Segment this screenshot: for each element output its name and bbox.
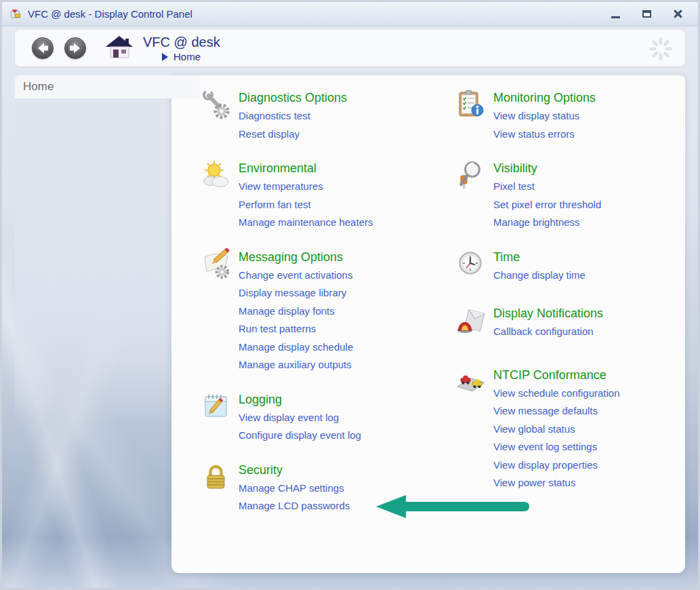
link-view-display-properties[interactable]: View display properties — [493, 456, 620, 475]
ntcip-icon — [455, 366, 487, 397]
close-icon — [673, 9, 683, 19]
window-title: VFC @ desk - Display Control Panel — [28, 8, 192, 20]
logging-icon — [201, 391, 232, 422]
notifications-icon — [455, 304, 487, 336]
section-text: Display NotificationsCallback configurat… — [493, 304, 603, 341]
section-title-ntcip-conformance: NTCIP Conformance — [493, 366, 620, 385]
security-icon — [201, 461, 232, 492]
time-icon — [455, 248, 487, 279]
section-text: Messaging OptionsChange event activation… — [239, 248, 353, 374]
section-title-messaging-options: Messaging Options — [239, 248, 353, 267]
section-text: SecurityManage CHAP settingsManage LCD p… — [239, 460, 350, 515]
link-manage-display-schedule[interactable]: Manage display schedule — [239, 338, 353, 357]
breadcrumb[interactable]: Home — [162, 51, 220, 62]
monitoring-icon — [455, 89, 487, 120]
back-button[interactable] — [32, 37, 54, 59]
link-manage-maintenance-heaters[interactable]: Manage maintenance heaters — [239, 214, 373, 232]
breadcrumb-label: Home — [173, 51, 201, 62]
link-view-event-log-settings[interactable]: View event log settings — [493, 438, 620, 456]
section-time: TimeChange display time — [455, 248, 679, 285]
spinner-icon — [647, 35, 674, 62]
window-close-button[interactable] — [672, 9, 683, 20]
link-view-message-defaults[interactable]: View message defaults — [493, 402, 620, 420]
link-pixel-test[interactable]: Pixel test — [493, 178, 601, 196]
section-title-logging: Logging — [239, 390, 361, 409]
link-manage-brightness[interactable]: Manage brightness — [493, 214, 601, 232]
section-text: NTCIP ConformanceView schedule configura… — [493, 366, 620, 492]
maximize-icon — [642, 10, 651, 18]
section-monitoring-options: Monitoring OptionsView display statusVie… — [455, 88, 679, 143]
link-manage-lcd-passwords[interactable]: Manage LCD passwords — [239, 497, 350, 515]
options-column-left: Diagnostics OptionsDiagnostics testReset… — [201, 88, 438, 515]
section-text: LoggingView display event logConfigure d… — [239, 390, 361, 445]
page-title: VFC @ desk — [143, 34, 220, 50]
sidebar-item-home[interactable]: Home — [15, 75, 200, 98]
header-bar: VFC @ desk Home — [15, 30, 685, 66]
link-display-message-library[interactable]: Display message library — [239, 284, 353, 302]
section-title-environmental: Environmental — [239, 159, 373, 178]
link-run-test-patterns[interactable]: Run test patterns — [239, 320, 353, 338]
link-view-global-status[interactable]: View global status — [493, 420, 620, 439]
link-perform-fan-test[interactable]: Perform fan test — [239, 196, 373, 214]
link-change-event-activations[interactable]: Change event activations — [239, 267, 353, 285]
section-title-security: Security — [239, 460, 350, 479]
link-manage-chap-settings[interactable]: Manage CHAP settings — [239, 479, 350, 498]
section-environmental: EnvironmentalView temperaturesPerform fa… — [201, 159, 438, 232]
section-ntcip-conformance: NTCIP ConformanceView schedule configura… — [455, 366, 679, 492]
section-diagnostics-options: Diagnostics OptionsDiagnostics testReset… — [201, 88, 438, 143]
section-text: Diagnostics OptionsDiagnostics testReset… — [239, 88, 347, 143]
sidebar-panel — [15, 98, 171, 424]
section-text: TimeChange display time — [493, 248, 585, 285]
link-configure-display-event-log[interactable]: Configure display event log — [239, 427, 361, 445]
section-logging: LoggingView display event logConfigure d… — [201, 390, 438, 445]
sidebar-home-label: Home — [15, 80, 54, 94]
section-messaging-options: Messaging OptionsChange event activation… — [201, 248, 438, 374]
minimize-icon — [611, 16, 620, 18]
link-view-schedule-configuration[interactable]: View schedule configuration — [493, 385, 620, 403]
link-view-temperatures[interactable]: View temperatures — [239, 178, 373, 196]
link-diagnostics-test[interactable]: Diagnostics test — [239, 107, 347, 125]
link-view-display-status[interactable]: View display status — [493, 107, 596, 125]
link-manage-auxiliary-outputs[interactable]: Manage auxiliary outputs — [239, 356, 353, 374]
options-column-right: Monitoring OptionsView display statusVie… — [455, 88, 679, 492]
window-minimize-button[interactable] — [610, 9, 621, 20]
section-text: VisibilityPixel testSet pixel error thre… — [493, 159, 601, 232]
section-text: EnvironmentalView temperaturesPerform fa… — [239, 159, 373, 232]
app-window: VFC @ desk - Display Control Panel VFC — [0, 0, 700, 590]
window-titlebar: VFC @ desk - Display Control Panel — [2, 2, 698, 26]
window-controls — [610, 9, 691, 20]
link-callback-configuration[interactable]: Callback configuration — [493, 323, 603, 341]
section-title-monitoring-options: Monitoring Options — [493, 88, 596, 107]
messaging-icon — [201, 248, 232, 279]
section-display-notifications: Display NotificationsCallback configurat… — [455, 304, 679, 341]
home-icon — [105, 35, 133, 61]
section-visibility: VisibilityPixel testSet pixel error thre… — [455, 159, 679, 232]
visibility-icon — [455, 159, 487, 191]
section-text: Monitoring OptionsView display statusVie… — [493, 88, 596, 143]
section-title-diagnostics-options: Diagnostics Options — [239, 88, 347, 107]
section-title-visibility: Visibility — [493, 159, 601, 178]
breadcrumb-arrow-icon — [162, 53, 168, 61]
forward-button[interactable] — [64, 37, 86, 59]
link-manage-display-fonts[interactable]: Manage display fonts — [239, 302, 353, 321]
link-change-display-time[interactable]: Change display time — [493, 267, 585, 285]
section-title-display-notifications: Display Notifications — [493, 304, 603, 323]
section-title-time: Time — [493, 248, 585, 267]
link-view-power-status[interactable]: View power status — [493, 474, 620, 492]
app-icon — [10, 8, 22, 20]
environmental-icon — [201, 159, 232, 191]
annotation-arrow-icon — [374, 493, 531, 520]
link-reset-display[interactable]: Reset display — [239, 125, 347, 144]
link-view-display-event-log[interactable]: View display event log — [239, 409, 361, 427]
header-titles: VFC @ desk Home — [143, 34, 220, 62]
link-view-status-errors[interactable]: View status errors — [493, 125, 596, 144]
window-maximize-button[interactable] — [641, 9, 652, 20]
link-set-pixel-error-threshold[interactable]: Set pixel error threshold — [493, 196, 601, 214]
diagnostics-icon — [201, 89, 232, 120]
